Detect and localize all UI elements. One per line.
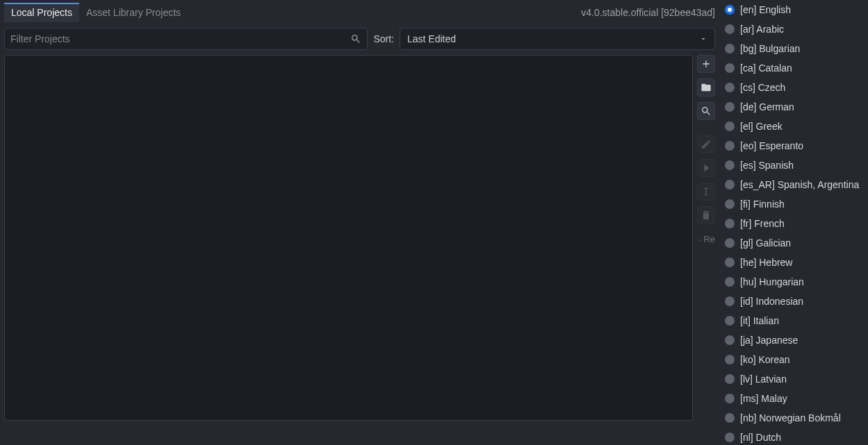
rename-button — [697, 183, 715, 201]
language-label: [ca] Catalan — [740, 62, 792, 74]
run-button — [697, 159, 715, 177]
language-label: [he] Hebrew — [740, 257, 792, 268]
language-option[interactable]: [he] Hebrew — [725, 253, 865, 272]
language-label: [id] Indonesian — [740, 296, 803, 307]
radio-icon — [725, 433, 735, 442]
radio-icon — [725, 374, 735, 384]
sort-label: Sort: — [373, 33, 394, 44]
radio-icon — [725, 44, 735, 53]
language-label: [cs] Czech — [740, 82, 785, 93]
language-option[interactable]: [en] English — [725, 0, 865, 19]
trash-icon — [701, 210, 712, 221]
language-label: [eo] Esperanto — [740, 140, 803, 151]
radio-icon — [725, 413, 735, 423]
radio-icon — [725, 24, 735, 34]
language-label: [nb] Norwegian Bokmål — [740, 412, 841, 423]
language-option[interactable]: [fr] French — [725, 214, 865, 233]
language-label: [fi] Finnish — [740, 199, 785, 210]
radio-icon — [725, 238, 735, 248]
language-option[interactable]: [nl] Dutch — [725, 428, 865, 445]
remove-button — [697, 206, 715, 224]
language-option[interactable]: [it] Italian — [725, 311, 865, 330]
radio-icon — [725, 5, 735, 15]
language-option[interactable]: [hu] Hungarian — [725, 272, 865, 292]
sort-selected-value: Last Edited — [407, 33, 456, 44]
language-label: [es] Spanish — [740, 160, 794, 171]
language-option[interactable]: [eo] Esperanto — [725, 136, 865, 156]
language-option[interactable]: [bg] Bulgarian — [725, 39, 865, 58]
radio-icon — [725, 141, 735, 151]
language-option[interactable]: [ca] Catalan — [725, 58, 865, 78]
tab-asset-library[interactable]: Asset Library Projects — [79, 3, 188, 22]
radio-icon — [725, 355, 735, 364]
language-label: [nl] Dutch — [740, 432, 781, 443]
language-label: [ms] Malay — [740, 393, 787, 404]
language-option[interactable]: [lv] Latvian — [725, 369, 865, 389]
filter-input[interactable] — [10, 33, 350, 44]
language-label: [ko] Korean — [740, 354, 790, 365]
radio-icon — [725, 277, 735, 287]
language-option[interactable]: [id] Indonesian — [725, 292, 865, 311]
scan-button[interactable] — [697, 102, 715, 120]
project-list-area — [4, 55, 693, 421]
language-label: [de] German — [740, 101, 794, 112]
radio-icon — [725, 83, 735, 92]
search-icon — [350, 33, 361, 44]
import-project-button[interactable] — [697, 78, 715, 96]
language-label: [bg] Bulgarian — [740, 43, 800, 54]
tab-local-projects[interactable]: Local Projects — [4, 3, 79, 22]
language-option[interactable]: [fi] Finnish — [725, 194, 865, 214]
folder-icon — [701, 82, 712, 93]
language-label: [fr] French — [740, 218, 785, 229]
language-option[interactable]: [de] German — [725, 97, 865, 117]
radio-icon — [725, 102, 735, 112]
radio-icon — [725, 63, 735, 73]
language-option[interactable]: [es] Spanish — [725, 156, 865, 175]
language-label: [el] Greek — [740, 121, 783, 132]
language-label: [ja] Japanese — [740, 335, 798, 346]
language-label: [hu] Hungarian — [740, 276, 804, 287]
radio-icon — [725, 258, 735, 267]
play-icon — [701, 162, 712, 174]
language-label: [ar] Arabic — [740, 24, 784, 35]
radio-icon — [725, 219, 735, 228]
radio-icon — [725, 121, 735, 131]
pencil-icon — [701, 139, 712, 150]
language-option[interactable]: [nb] Norwegian Bokmål — [725, 408, 865, 428]
version-label: v4.0.stable.official [92bee43ad] — [581, 7, 715, 18]
language-label: [lv] Latvian — [740, 373, 787, 385]
new-project-button[interactable] — [697, 55, 715, 73]
language-option[interactable]: [gl] Galician — [725, 233, 865, 253]
language-option[interactable]: [cs] Czech — [725, 78, 865, 97]
radio-icon — [725, 160, 735, 170]
language-label: [en] English — [740, 4, 791, 15]
radio-icon — [725, 180, 735, 190]
chevron-down-icon — [699, 35, 707, 43]
language-label: [it] Italian — [740, 315, 779, 326]
radio-icon — [725, 335, 735, 345]
language-option[interactable]: [ar] Arabic — [725, 19, 865, 39]
language-option[interactable]: [es_AR] Spanish, Argentina — [725, 175, 865, 194]
language-label: [gl] Galician — [740, 237, 791, 249]
plus-icon — [701, 58, 712, 69]
language-option[interactable]: [ms] Malay — [725, 389, 865, 408]
language-label: [es_AR] Spanish, Argentina — [740, 179, 859, 190]
edit-button — [697, 135, 715, 153]
language-option[interactable]: [ja] Japanese — [725, 330, 865, 350]
language-dropdown-panel[interactable]: [en] English[ar] Arabic[bg] Bulgarian[ca… — [719, 0, 868, 445]
radio-icon — [725, 394, 735, 403]
radio-icon — [725, 296, 735, 306]
language-option[interactable]: [el] Greek — [725, 117, 865, 136]
language-option[interactable]: [ko] Korean — [725, 350, 865, 369]
radio-icon — [725, 316, 735, 326]
remove-missing-button: Re — [697, 234, 715, 244]
sort-dropdown[interactable]: Last Edited — [400, 28, 715, 50]
search-icon — [701, 106, 712, 117]
radio-icon — [725, 199, 735, 209]
filter-projects-field[interactable] — [4, 28, 368, 50]
broom-icon — [698, 235, 701, 244]
rename-icon — [701, 186, 712, 197]
